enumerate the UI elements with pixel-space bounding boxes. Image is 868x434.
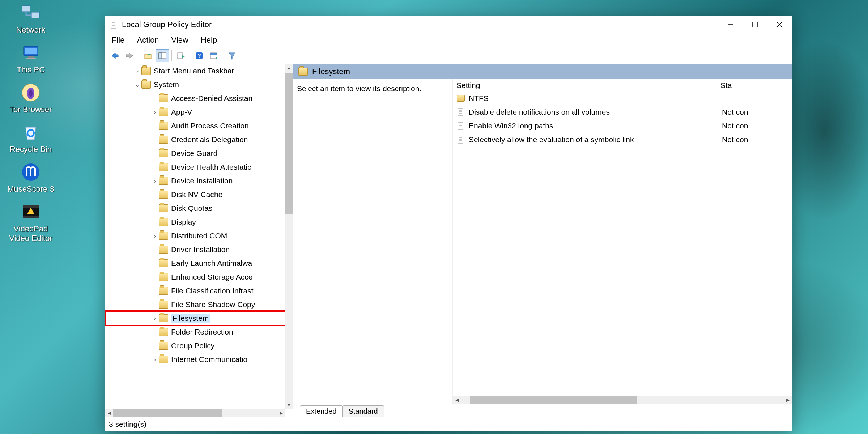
tree-item-start-menu-and-taskbar[interactable]: ›Start Menu and Taskbar: [105, 64, 285, 78]
tree-label: Disk Quotas: [171, 204, 212, 213]
desktop-icon-videopad[interactable]: VideoPad Video Editor: [4, 200, 58, 243]
tab-extended[interactable]: Extended: [300, 405, 343, 417]
folder-icon: [159, 356, 168, 363]
back-button[interactable]: [108, 49, 122, 62]
chevron-icon[interactable]: ⌄: [133, 81, 141, 89]
scroll-up-icon[interactable]: ▲: [285, 64, 293, 72]
scroll-right-icon[interactable]: ▶: [277, 409, 285, 417]
maximize-button[interactable]: [743, 16, 767, 33]
column-setting[interactable]: Setting: [456, 81, 720, 90]
svg-rect-45: [458, 136, 463, 143]
tree-item-file-classification-infrast[interactable]: File Classification Infrast: [105, 284, 285, 298]
setting-row[interactable]: Enable Win32 long pathsNot con: [453, 119, 792, 133]
desktop-icon-tor[interactable]: Tor Browser: [4, 81, 58, 114]
list-hscrollbar[interactable]: ◀ ▶: [453, 396, 792, 404]
menu-action[interactable]: Action: [137, 35, 159, 45]
setting-row[interactable]: Disable delete notifications on all volu…: [453, 105, 792, 119]
desktop-icon-this-pc[interactable]: This PC: [4, 41, 58, 75]
folder-icon: [159, 94, 168, 102]
tree-item-group-policy[interactable]: Group Policy: [105, 339, 285, 353]
tree-item-early-launch-antimalwa[interactable]: Early Launch Antimalwa: [105, 256, 285, 270]
titlebar[interactable]: Local Group Policy Editor: [105, 16, 792, 33]
svg-rect-34: [210, 53, 217, 55]
chevron-icon[interactable]: ›: [151, 232, 159, 240]
tree-label: System: [154, 80, 179, 89]
forward-button[interactable]: [123, 49, 136, 62]
tree-item-device-guard[interactable]: Device Guard: [105, 146, 285, 160]
toolbar: ?: [105, 47, 792, 64]
menu-help[interactable]: Help: [201, 35, 217, 45]
menu-file[interactable]: File: [112, 35, 124, 45]
scroll-left-icon[interactable]: ◀: [453, 397, 461, 403]
folder-icon: [159, 204, 168, 212]
tab-standard[interactable]: Standard: [342, 405, 384, 417]
tree-item-system[interactable]: ⌄System: [105, 78, 285, 92]
setting-row[interactable]: Selectively allow the evaluation of a sy…: [453, 133, 792, 146]
pc-icon: [19, 41, 42, 64]
tree-item-display[interactable]: Display: [105, 215, 285, 229]
tree-item-folder-redirection[interactable]: Folder Redirection: [105, 325, 285, 339]
tree-item-driver-installation[interactable]: Driver Installation: [105, 243, 285, 256]
minimize-button[interactable]: [718, 16, 743, 33]
chevron-icon[interactable]: ›: [151, 315, 159, 322]
folder-icon: [159, 177, 168, 185]
toolbar-separator: [190, 50, 190, 61]
svg-rect-41: [458, 122, 463, 129]
tree-item-filesystem[interactable]: ›Filesystem: [105, 311, 285, 325]
tree-item-device-installation[interactable]: ›Device Installation: [105, 174, 285, 188]
app-icon: [110, 20, 118, 29]
tree-item-disk-quotas[interactable]: Disk Quotas: [105, 201, 285, 215]
scrollbar-thumb[interactable]: [113, 409, 222, 417]
toolbar-separator: [139, 50, 139, 61]
folder-icon: [159, 122, 168, 130]
tree-item-disk-nv-cache[interactable]: Disk NV Cache: [105, 188, 285, 201]
setting-name: Disable delete notifications on all volu…: [469, 108, 722, 116]
menu-view[interactable]: View: [171, 35, 188, 45]
tree-pane: ›Start Menu and Taskbar⌄SystemAccess-Den…: [105, 64, 293, 417]
tree-item-audit-process-creation[interactable]: Audit Process Creation: [105, 119, 285, 133]
scroll-down-icon[interactable]: ▼: [285, 401, 293, 409]
tree-item-enhanced-storage-acce[interactable]: Enhanced Storage Acce: [105, 270, 285, 284]
scrollbar-thumb[interactable]: [470, 396, 637, 404]
help-button[interactable]: ?: [192, 49, 206, 62]
folder-icon: [141, 67, 151, 75]
scroll-right-icon[interactable]: ▶: [784, 397, 792, 403]
properties-button[interactable]: [207, 49, 221, 62]
scrollbar-thumb[interactable]: [285, 73, 293, 214]
desktop-icon-network[interactable]: Network: [4, 1, 58, 35]
tree-hscrollbar[interactable]: ◀ ▶: [105, 409, 285, 417]
tree-item-credentials-delegation[interactable]: Credentials Delegation: [105, 133, 285, 146]
tree-item-device-health-attestatic[interactable]: Device Health Attestatic: [105, 160, 285, 174]
tree-item-access-denied-assistan[interactable]: Access-Denied Assistan: [105, 92, 285, 105]
folder-icon: [159, 246, 168, 254]
tree-item-internet-communicatio[interactable]: ›Internet Communicatio: [105, 353, 285, 366]
export-button[interactable]: [174, 49, 188, 62]
tree-item-file-share-shadow-copy[interactable]: File Share Shadow Copy: [105, 298, 285, 311]
folder-icon: [159, 287, 168, 295]
folder-icon: [159, 342, 168, 350]
tree-item-app-v[interactable]: ›App-V: [105, 105, 285, 119]
chevron-icon[interactable]: ›: [133, 67, 141, 75]
list-header[interactable]: Setting Sta: [453, 79, 792, 92]
filter-button[interactable]: [225, 49, 239, 62]
desktop-icon-recycle[interactable]: Recycle Bin: [4, 121, 58, 154]
tree-vscrollbar[interactable]: ▲ ▼: [285, 64, 293, 409]
chevron-icon[interactable]: ›: [151, 109, 159, 116]
musescore-icon: [19, 161, 42, 184]
setting-row[interactable]: NTFS: [453, 92, 792, 105]
chevron-icon[interactable]: ›: [151, 177, 159, 185]
column-state[interactable]: Sta: [720, 81, 732, 90]
setting-state: Not con: [722, 122, 748, 130]
chevron-icon[interactable]: ›: [151, 356, 159, 363]
folder-icon: [159, 136, 168, 144]
tree-label: Disk NV Cache: [171, 190, 222, 199]
up-button[interactable]: [141, 49, 155, 62]
tree-item-distributed-com[interactable]: ›Distributed COM: [105, 229, 285, 243]
desktop-icon-musescore[interactable]: MuseScore 3: [4, 161, 58, 194]
scroll-left-icon[interactable]: ◀: [105, 409, 113, 417]
show-hide-tree-button[interactable]: [156, 49, 169, 62]
svg-rect-28: [159, 53, 162, 59]
close-button[interactable]: [767, 16, 792, 33]
tree[interactable]: ›Start Menu and Taskbar⌄SystemAccess-Den…: [105, 64, 285, 409]
tree-label: Device Health Attestatic: [171, 163, 251, 171]
